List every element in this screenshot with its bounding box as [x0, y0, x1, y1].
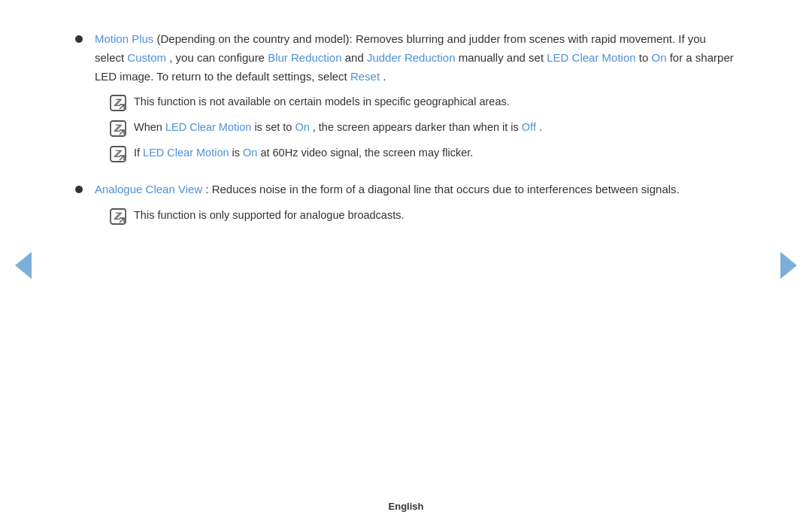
note-text-2: When LED Clear Motion is set to On , the…: [134, 119, 737, 137]
note-item-3: ℤ If LED Clear Motion is On at 60Hz vide…: [95, 144, 737, 162]
bullet-item-motion-plus: Motion Plus (Depending on the country an…: [75, 30, 737, 170]
note2-text-4: .: [539, 121, 542, 133]
bullet-dot-2: [75, 186, 83, 193]
motion-plus-text-5: to: [639, 51, 652, 64]
custom-link: Custom: [127, 51, 166, 64]
analogue-text-1: : Reduces noise in the form of a diagona…: [205, 183, 679, 195]
motion-plus-notes: ℤ This function is not available on cert…: [95, 93, 737, 162]
motion-plus-label: Motion Plus: [95, 32, 153, 45]
note2-text-1: When: [134, 121, 165, 133]
note-text-4: This function is only supported for anal…: [134, 207, 737, 225]
led-clear-motion-link-1: LED Clear Motion: [547, 51, 635, 64]
footer-language: English: [389, 499, 424, 515]
note-item-1: ℤ This function is not available on cert…: [95, 93, 737, 111]
note-icon-3: ℤ: [110, 146, 126, 162]
content-area: Motion Plus (Depending on the country an…: [75, 30, 737, 232]
note-icon-4: ℤ: [110, 208, 126, 225]
page-container: Motion Plus (Depending on the country an…: [0, 0, 812, 530]
motion-plus-text-3: and: [345, 51, 367, 64]
note-item-2: ℤ When LED Clear Motion is set to On , t…: [95, 119, 737, 137]
note-icon-1: ℤ: [110, 95, 126, 111]
note-text-3: If LED Clear Motion is On at 60Hz video …: [134, 144, 737, 162]
note3-text-2: is: [232, 147, 244, 159]
judder-reduction-link: Judder Reduction: [367, 51, 456, 64]
main-bullet-list: Motion Plus (Depending on the country an…: [75, 30, 737, 232]
analogue-notes: ℤ This function is only supported for an…: [95, 207, 737, 225]
note-icon-2: ℤ: [110, 120, 126, 137]
note3-text-1: If: [134, 147, 143, 159]
motion-plus-text-7: .: [383, 70, 386, 83]
on-link-3: On: [243, 147, 257, 159]
reset-link: Reset: [350, 70, 380, 83]
analogue-clean-view-label: Analogue Clean View: [95, 183, 202, 195]
on-link-1: On: [651, 51, 666, 64]
note3-text-3: at 60Hz video signal, the screen may fli…: [260, 147, 473, 159]
led-clear-motion-link-2: LED Clear Motion: [165, 121, 251, 133]
motion-plus-text: Motion Plus (Depending on the country an…: [95, 30, 737, 170]
bullet-dot: [75, 35, 83, 43]
note-text-1: This function is not available on certai…: [134, 93, 737, 111]
note2-text-3: , the screen appears darker than when it…: [313, 121, 522, 133]
analogue-text: Analogue Clean View : Reduces noise in t…: [95, 180, 737, 232]
motion-plus-text-4: manually and set: [459, 51, 547, 64]
blur-reduction-link: Blur Reduction: [268, 51, 341, 64]
led-clear-motion-link-3: LED Clear Motion: [143, 147, 229, 159]
on-link-2: On: [295, 121, 309, 133]
off-link: Off: [522, 121, 536, 133]
motion-plus-text-2: , you can configure: [169, 51, 268, 64]
bullet-item-analogue: Analogue Clean View : Reduces noise in t…: [75, 180, 737, 232]
note-item-4: ℤ This function is only supported for an…: [95, 207, 737, 225]
note2-text-2: is set to: [254, 121, 295, 133]
